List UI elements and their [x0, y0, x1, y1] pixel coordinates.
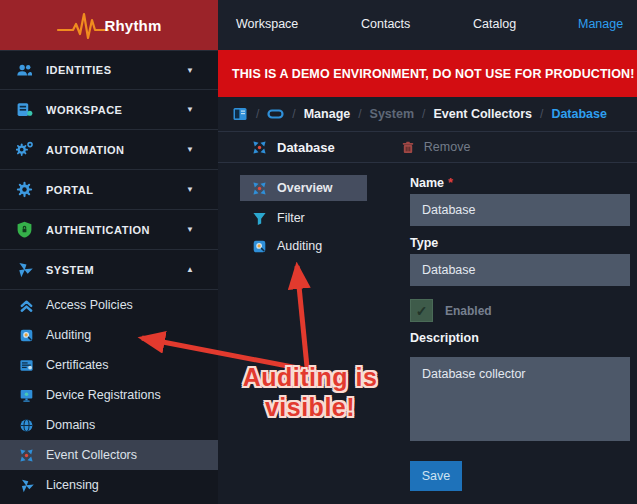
sidebar-subitem-label: Certificates	[46, 358, 109, 372]
sidebar-item-label: PORTAL	[46, 184, 93, 196]
nav-item-contacts[interactable]: Contacts	[361, 17, 410, 31]
breadcrumb-item-event-collectors[interactable]: Event Collectors	[433, 107, 532, 121]
chevron-down-icon: ▼	[186, 66, 194, 75]
remove-button[interactable]: Remove	[401, 140, 471, 155]
tag-icon[interactable]	[267, 107, 284, 121]
breadcrumb: / / Manage / System / Event Collectors /…	[218, 97, 637, 132]
chevron-down-icon: ▼	[186, 225, 194, 234]
sidebar-subitem-label: Access Policies	[46, 298, 133, 312]
subnav-tab-filter[interactable]: Filter	[240, 205, 367, 231]
chevron-up-icon: ▲	[186, 265, 194, 274]
name-field[interactable]	[410, 194, 630, 226]
collector-icon	[19, 448, 34, 463]
logo[interactable]: Rhythm	[0, 0, 218, 50]
subnav-label: Auditing	[277, 239, 322, 253]
certificate-icon	[19, 358, 34, 373]
app-root: Rhythm IDENTITIES ▼ WORKSPACE ▼	[0, 0, 637, 504]
subnav-tab-overview[interactable]: Overview	[240, 175, 367, 201]
sidebar-item-domains[interactable]: Domains	[0, 410, 218, 440]
sidebar-subitem-label: Domains	[46, 418, 95, 432]
collector-icon	[252, 181, 267, 196]
collector-icon	[252, 140, 267, 155]
globe-icon	[19, 418, 34, 433]
sidebar-item-certificates[interactable]: Certificates	[0, 350, 218, 380]
audit-search-icon	[19, 328, 34, 343]
type-field[interactable]	[410, 254, 630, 286]
workspace-icon	[16, 101, 33, 118]
sidebar-item-identities[interactable]: IDENTITIES ▼	[0, 50, 218, 90]
subnav-label: Filter	[277, 211, 305, 225]
breadcrumb-item-manage[interactable]: Manage	[304, 107, 351, 121]
sidebar-item-event-collectors[interactable]: Event Collectors	[0, 440, 218, 470]
enabled-checkbox[interactable]: ✓	[410, 299, 433, 322]
breadcrumb-separator: /	[256, 107, 259, 121]
heartbeat-pulse-icon	[56, 8, 110, 42]
breadcrumb-separator: /	[422, 107, 425, 121]
sidebar-nav: IDENTITIES ▼ WORKSPACE ▼ AUTOMATION ▼	[0, 50, 218, 500]
nav-item-catalog[interactable]: Catalog	[473, 17, 516, 31]
gear-icon	[16, 181, 33, 198]
required-asterisk: *	[448, 176, 453, 190]
name-label: Name*	[410, 176, 453, 190]
sidebar-item-workspace[interactable]: WORKSPACE ▼	[0, 90, 218, 130]
automation-gear-icon	[16, 141, 33, 158]
panel-icon[interactable]	[232, 106, 248, 122]
description-field[interactable]: Database collector	[410, 357, 630, 441]
nav-item-manage[interactable]: Manage	[578, 17, 623, 31]
sidebar-item-automation[interactable]: AUTOMATION ▼	[0, 130, 218, 170]
audit-search-icon	[252, 239, 267, 254]
sidebar-item-label: WORKSPACE	[46, 104, 122, 116]
banner-text: THIS IS A DEMO ENVIRONMENT, DO NOT USE F…	[232, 67, 634, 81]
users-icon	[16, 62, 33, 79]
tab-database[interactable]: Database	[252, 140, 335, 155]
pinwheel-icon	[16, 261, 33, 278]
sidebar-item-auditing[interactable]: Auditing	[0, 320, 218, 350]
sidebar-item-system[interactable]: SYSTEM ▲	[0, 250, 218, 290]
sidebar: Rhythm IDENTITIES ▼ WORKSPACE ▼	[0, 0, 218, 504]
chevron-down-icon: ▼	[186, 105, 194, 114]
brand-name: Rhythm	[104, 17, 161, 34]
double-chevron-up-icon	[19, 298, 34, 313]
sidebar-item-label: SYSTEM	[46, 264, 94, 276]
sidebar-subitem-label: Event Collectors	[46, 448, 137, 462]
demo-environment-banner: THIS IS A DEMO ENVIRONMENT, DO NOT USE F…	[218, 50, 637, 97]
breadcrumb-separator: /	[540, 107, 543, 121]
subnav-tab-auditing[interactable]: Auditing	[240, 233, 367, 259]
sidebar-item-device-registrations[interactable]: Device Registrations	[0, 380, 218, 410]
type-label: Type	[410, 236, 438, 250]
chevron-down-icon: ▼	[186, 185, 194, 194]
sidebar-subitem-label: Device Registrations	[46, 388, 161, 402]
pinwheel-icon	[19, 478, 34, 493]
description-label: Description	[410, 331, 479, 345]
top-nav: Workspace Contacts Catalog Manage	[218, 0, 637, 50]
content-panel: Overview Filter Auditing Name* Type	[218, 164, 637, 504]
checkmark-icon: ✓	[416, 303, 428, 319]
chevron-down-icon: ▼	[186, 145, 194, 154]
trash-icon	[401, 140, 415, 155]
main-area: Workspace Contacts Catalog Manage THIS I…	[218, 0, 637, 504]
sidebar-subitem-label: Auditing	[46, 328, 91, 342]
tab-bar: Database Remove	[218, 132, 637, 163]
shield-icon	[16, 221, 33, 238]
sidebar-item-label: IDENTITIES	[46, 64, 112, 76]
sidebar-item-portal[interactable]: PORTAL ▼	[0, 170, 218, 210]
tab-title-label: Database	[277, 140, 335, 155]
save-button[interactable]: Save	[410, 461, 462, 491]
breadcrumb-item-database[interactable]: Database	[551, 107, 607, 121]
breadcrumb-separator: /	[358, 107, 361, 121]
sidebar-subitem-label: Licensing	[46, 478, 99, 492]
breadcrumb-separator: /	[292, 107, 295, 121]
breadcrumb-item-system[interactable]: System	[370, 107, 414, 121]
monitor-icon	[19, 388, 34, 403]
sidebar-item-authentication[interactable]: AUTHENTICATION ▼	[0, 210, 218, 250]
sidebar-item-licensing[interactable]: Licensing	[0, 470, 218, 500]
filter-icon	[252, 211, 267, 226]
sidebar-item-label: AUTOMATION	[46, 144, 125, 156]
enabled-label: Enabled	[445, 304, 492, 318]
nav-item-workspace[interactable]: Workspace	[236, 17, 298, 31]
remove-button-label: Remove	[424, 140, 471, 154]
subnav-label: Overview	[277, 181, 333, 195]
sidebar-item-access-policies[interactable]: Access Policies	[0, 290, 218, 320]
sidebar-item-label: AUTHENTICATION	[46, 224, 150, 236]
